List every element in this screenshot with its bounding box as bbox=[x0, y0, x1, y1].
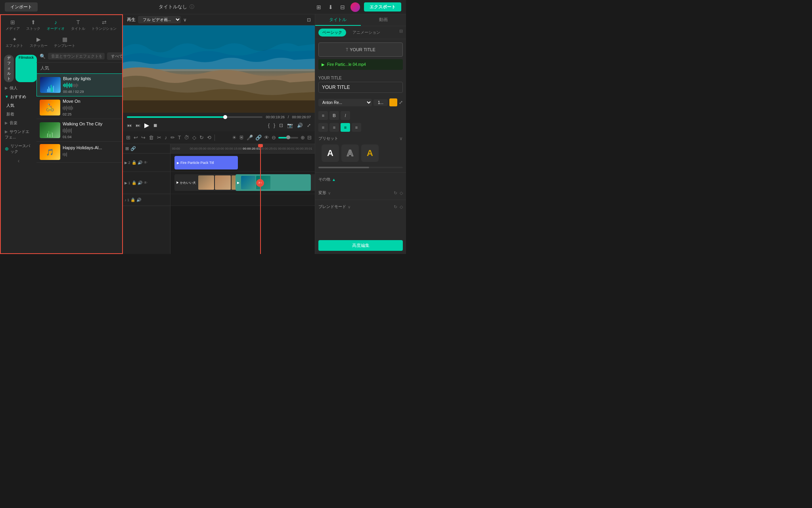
tab-media[interactable]: ⊞ メディア bbox=[3, 17, 22, 33]
text-icon[interactable]: T bbox=[178, 135, 181, 140]
play-button[interactable]: ▶ bbox=[144, 121, 149, 129]
undo-icon[interactable]: ↩ bbox=[134, 135, 138, 140]
align-right-btn[interactable]: ≡ bbox=[341, 123, 350, 132]
track-menu-icon[interactable]: ⋮ bbox=[121, 82, 122, 88]
sidebar-default[interactable]: デフォルト bbox=[4, 55, 14, 82]
track-2-volume-icon[interactable]: 🔊 bbox=[138, 160, 142, 165]
link-icon[interactable]: 🔗 bbox=[255, 135, 262, 140]
color-picker-button[interactable] bbox=[389, 98, 397, 106]
tab-stock[interactable]: ⬆ ストック bbox=[24, 17, 43, 33]
search-filter[interactable]: すべて bbox=[107, 52, 122, 60]
step-back-button[interactable]: ⏭ bbox=[136, 123, 140, 128]
image-icon[interactable]: ⊡ bbox=[307, 17, 311, 23]
search-input[interactable] bbox=[48, 53, 105, 60]
shield-icon[interactable]: ⛨ bbox=[239, 135, 244, 140]
track-1-volume-icon[interactable]: 🔊 bbox=[138, 181, 142, 185]
preset-header[interactable]: プリセット ∨ bbox=[318, 136, 403, 141]
clock-icon[interactable]: ⏱ bbox=[184, 135, 189, 140]
transform-reset-icon[interactable]: ↻ bbox=[394, 190, 397, 196]
blend-row[interactable]: ブレンドモード ∨ ↻ ◇ bbox=[318, 202, 403, 212]
align-center-btn[interactable]: ≡ bbox=[329, 123, 339, 132]
sidebar-resource-pack[interactable]: ⊕ リソースパック bbox=[1, 142, 36, 156]
title-input[interactable] bbox=[318, 82, 403, 93]
audio-lock-icon[interactable]: 🔒 bbox=[130, 198, 135, 202]
camera-icon[interactable]: 📷 bbox=[287, 123, 293, 128]
cut-icon[interactable]: ✂ bbox=[157, 135, 161, 140]
link-tracks-icon[interactable]: 🔗 bbox=[130, 146, 136, 151]
font-select[interactable]: Anton Re... bbox=[318, 99, 372, 106]
right-tab-video[interactable]: 動画 bbox=[361, 14, 406, 26]
video-clip-2[interactable]: ▶ bbox=[236, 174, 311, 191]
fullscreen-icon[interactable]: ⤢ bbox=[307, 123, 311, 128]
italic-button[interactable]: I bbox=[341, 111, 350, 120]
eye-icon[interactable]: 👁 bbox=[264, 135, 269, 140]
rewind-button[interactable]: ⏮ bbox=[127, 123, 132, 128]
preset-gold[interactable]: A bbox=[361, 144, 379, 162]
avatar[interactable] bbox=[350, 2, 360, 12]
loop-icon[interactable]: ⟲ bbox=[207, 135, 211, 140]
export-button[interactable]: エクスポート bbox=[364, 2, 401, 12]
track-item[interactable]: Blue city lights bbox=[36, 73, 122, 96]
tab-template[interactable]: ▦ テンプレート bbox=[52, 35, 78, 50]
tab-effect[interactable]: ✦ エフェクト bbox=[3, 35, 26, 50]
blend-reset-icon[interactable]: ↻ bbox=[394, 204, 397, 210]
sidebar-music[interactable]: ▶音楽 bbox=[1, 119, 36, 127]
rotate-icon[interactable]: ↻ bbox=[199, 135, 204, 140]
track-1-eye-icon[interactable]: 👁 bbox=[144, 181, 147, 185]
delete-icon[interactable]: 🗑 bbox=[149, 135, 154, 140]
style-tab-basic[interactable]: ベーシック bbox=[318, 29, 346, 37]
sidebar-collapse-button[interactable]: ‹ bbox=[1, 156, 36, 165]
tab-audio[interactable]: ♪ オーディオ bbox=[44, 17, 67, 33]
sidebar-filmstock[interactable]: Filmstock bbox=[15, 55, 37, 82]
sidebar-recommended[interactable]: ▼おすすめ bbox=[1, 92, 36, 101]
sun-icon[interactable]: ☀ bbox=[232, 135, 237, 140]
track-1-lock-icon[interactable]: 🔒 bbox=[132, 181, 136, 185]
zoom-slider[interactable] bbox=[278, 137, 298, 139]
expand-button[interactable]: ⤢ bbox=[399, 100, 403, 105]
volume-icon[interactable]: 🔊 bbox=[297, 123, 303, 128]
title-clip[interactable]: ▶ Fire Particle Pack Titl bbox=[174, 156, 238, 169]
tab-transition[interactable]: ⇄ トランジション bbox=[89, 17, 119, 33]
crop-icon[interactable]: ⊡ bbox=[279, 123, 283, 128]
font-size-input[interactable] bbox=[373, 99, 388, 106]
advanced-edit-button[interactable]: 高度編集 bbox=[318, 240, 403, 251]
sidebar-popular[interactable]: 人気 bbox=[1, 101, 36, 110]
bracket-right-icon[interactable]: } bbox=[274, 123, 275, 128]
video-reference[interactable]: ▶ Fire Partic...le 04.mp4 bbox=[318, 59, 403, 70]
transform-diamond-icon[interactable]: ◇ bbox=[400, 190, 403, 196]
transform-row[interactable]: 変形 ∨ ↻ ◇ bbox=[318, 188, 403, 198]
track-item[interactable]: 🎵 Happy Holidays-Al... bbox=[36, 142, 122, 163]
audio-icon[interactable]: ♪ bbox=[165, 135, 167, 140]
preset-outline[interactable]: A bbox=[341, 144, 359, 162]
pen-icon[interactable]: ✏ bbox=[170, 135, 175, 140]
plus-icon[interactable]: ⊕ bbox=[301, 135, 305, 140]
sidebar-personal[interactable]: ▶個人 bbox=[1, 84, 36, 92]
preset-white[interactable]: A bbox=[322, 144, 339, 162]
download-icon[interactable]: ⬇ bbox=[327, 3, 335, 11]
sidebar-new[interactable]: 新着 bbox=[1, 110, 36, 119]
other-row[interactable]: その他 ▲ bbox=[318, 174, 403, 185]
sidebar-sound-effects[interactable]: ▶サウンドエフェ... bbox=[1, 127, 36, 142]
grid-options-icon[interactable]: ⊟ bbox=[307, 135, 312, 140]
bracket-left-icon[interactable]: { bbox=[268, 123, 270, 128]
import-button[interactable]: インポート bbox=[5, 2, 38, 12]
tab-title[interactable]: T タイトル bbox=[69, 17, 88, 33]
style-tab-animation[interactable]: アニメーション bbox=[349, 29, 384, 37]
audio-volume-icon[interactable]: 🔊 bbox=[136, 198, 141, 202]
track-item[interactable]: Walking On The City bbox=[36, 119, 122, 142]
track-2-eye-icon[interactable]: 👁 bbox=[144, 160, 147, 165]
track-2-lock-icon[interactable]: 🔒 bbox=[132, 160, 136, 165]
grid-icon[interactable]: ⊟ bbox=[339, 3, 347, 11]
blend-diamond-icon[interactable]: ◇ bbox=[400, 204, 403, 210]
quality-select[interactable]: フル ビデオ画... bbox=[138, 16, 181, 23]
right-tab-title[interactable]: タイトル bbox=[315, 14, 361, 26]
minus-icon[interactable]: ⊖ bbox=[272, 135, 276, 140]
shape-icon[interactable]: ◇ bbox=[192, 135, 196, 140]
monitor-icon[interactable]: ⊞ bbox=[315, 3, 323, 11]
stop-button[interactable]: ⏹ bbox=[153, 123, 158, 128]
template-your-title[interactable]: T YOUR TITLE bbox=[318, 42, 403, 57]
layout-icon[interactable]: ⊟ bbox=[399, 29, 403, 37]
bold-button[interactable]: B bbox=[329, 111, 339, 120]
add-track-icon[interactable]: ⊞ bbox=[125, 146, 129, 151]
align-left-btn[interactable]: ≡ bbox=[318, 123, 328, 132]
